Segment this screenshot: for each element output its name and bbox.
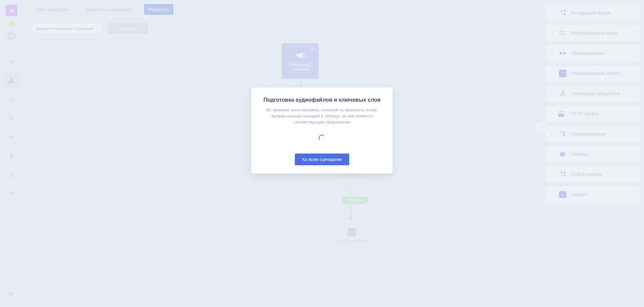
modal-title: Подготовка аудиофайлов и ключевых слов xyxy=(261,97,383,103)
back-to-scenarios-button[interactable]: Ко всем сценариям xyxy=(295,154,349,165)
modal-overlay: Подготовка аудиофайлов и ключевых слов Н… xyxy=(0,0,644,307)
preparing-modal: Подготовка аудиофайлов и ключевых слов Н… xyxy=(251,88,393,173)
modal-body: Не занимает много времени, пожалуйста, в… xyxy=(261,107,383,125)
spinner-icon xyxy=(319,135,325,141)
